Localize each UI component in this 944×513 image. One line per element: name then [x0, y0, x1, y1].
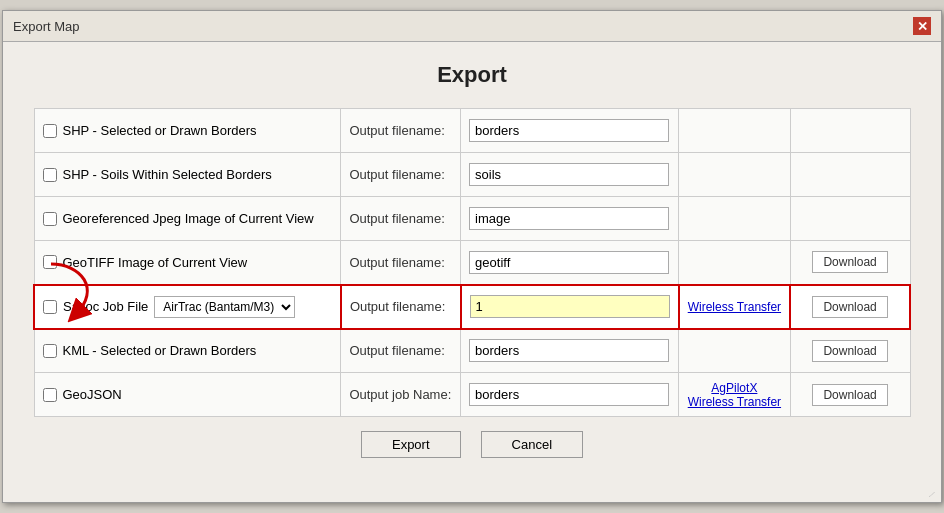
- wireless-cell: [679, 109, 791, 153]
- table-row: GeoTIFF Image of Current ViewOutput file…: [34, 241, 910, 285]
- row-checkbox[interactable]: [43, 168, 57, 182]
- row-label-cell: KML - Selected or Drawn Borders: [34, 329, 341, 373]
- output-input-cell: [461, 153, 679, 197]
- output-label: Output filename:: [341, 329, 461, 373]
- row-label-text: SHP - Selected or Drawn Borders: [63, 123, 257, 138]
- row-checkbox[interactable]: [43, 124, 57, 138]
- table-row: SHP - Soils Within Selected BordersOutpu…: [34, 153, 910, 197]
- table-row: SHP - Selected or Drawn BordersOutput fi…: [34, 109, 910, 153]
- row-checkbox[interactable]: [43, 300, 57, 314]
- row-label-text: GeoTIFF Image of Current View: [63, 255, 248, 270]
- output-label: Output job Name:: [341, 373, 461, 417]
- output-input-cell: [461, 241, 679, 285]
- output-input-cell: [461, 329, 679, 373]
- wireless-cell: AgPilotX Wireless Transfer: [679, 373, 791, 417]
- wireless-transfer-button[interactable]: Wireless Transfer: [688, 300, 781, 314]
- download-cell: Download: [790, 241, 910, 285]
- dialog-title: Export Map: [13, 19, 79, 34]
- output-input-cell: [461, 109, 679, 153]
- download-button[interactable]: Download: [812, 384, 887, 406]
- output-filename-input[interactable]: [469, 339, 669, 362]
- export-table: SHP - Selected or Drawn BordersOutput fi…: [33, 108, 911, 417]
- row-label-cell: GeoTIFF Image of Current View: [34, 241, 341, 285]
- row-checkbox[interactable]: [43, 388, 57, 402]
- wireless-cell: Wireless Transfer: [679, 285, 791, 329]
- close-button[interactable]: ✕: [913, 17, 931, 35]
- row-label-cell: SHP - Soils Within Selected Borders: [34, 153, 341, 197]
- output-filename-input[interactable]: [470, 295, 670, 318]
- output-input-cell: [461, 197, 679, 241]
- row-label-text: Satloc Job File: [63, 299, 148, 314]
- output-label: Output filename:: [341, 197, 461, 241]
- output-filename-input[interactable]: [469, 383, 669, 406]
- download-button[interactable]: Download: [812, 251, 887, 273]
- footer-buttons: Export Cancel: [33, 417, 911, 468]
- wireless-cell: [679, 153, 791, 197]
- wireless-transfer-button[interactable]: AgPilotX Wireless Transfer: [687, 381, 782, 409]
- output-label: Output filename:: [341, 153, 461, 197]
- output-label: Output filename:: [341, 285, 461, 329]
- row-label-text: GeoJSON: [63, 387, 122, 402]
- dialog-body: Export SHP - Selected or Drawn BordersOu…: [3, 42, 941, 488]
- export-map-dialog: Export Map ✕ Export SHP - Selected or Dr…: [2, 10, 942, 503]
- row-label-cell: Georeferenced Jpeg Image of Current View: [34, 197, 341, 241]
- output-filename-input[interactable]: [469, 207, 669, 230]
- output-filename-input[interactable]: [469, 251, 669, 274]
- row-checkbox[interactable]: [43, 255, 57, 269]
- table-row: GeoJSONOutput job Name:AgPilotX Wireless…: [34, 373, 910, 417]
- output-input-cell: [461, 373, 679, 417]
- output-filename-input[interactable]: [469, 119, 669, 142]
- wireless-cell: [679, 329, 791, 373]
- row-label-text: KML - Selected or Drawn Borders: [63, 343, 257, 358]
- download-cell: Download: [790, 329, 910, 373]
- row-label-cell: GeoJSON: [34, 373, 341, 417]
- table-row: Satloc Job FileAirTrac (Bantam/M3)Option…: [34, 285, 910, 329]
- export-button[interactable]: Export: [361, 431, 461, 458]
- wireless-cell: [679, 197, 791, 241]
- row-label-text: Georeferenced Jpeg Image of Current View: [63, 211, 314, 226]
- download-cell: Download: [790, 285, 910, 329]
- table-row: Georeferenced Jpeg Image of Current View…: [34, 197, 910, 241]
- wireless-cell: [679, 241, 791, 285]
- page-title: Export: [33, 62, 911, 88]
- row-checkbox[interactable]: [43, 344, 57, 358]
- download-cell: [790, 153, 910, 197]
- output-label: Output filename:: [341, 241, 461, 285]
- download-button[interactable]: Download: [812, 296, 887, 318]
- cancel-button[interactable]: Cancel: [481, 431, 583, 458]
- row-label-cell: Satloc Job FileAirTrac (Bantam/M3)Option…: [34, 285, 341, 329]
- download-cell: [790, 109, 910, 153]
- row-checkbox[interactable]: [43, 212, 57, 226]
- row-label-cell: SHP - Selected or Drawn Borders: [34, 109, 341, 153]
- download-button[interactable]: Download: [812, 340, 887, 362]
- table-row: KML - Selected or Drawn BordersOutput fi…: [34, 329, 910, 373]
- output-label: Output filename:: [341, 109, 461, 153]
- download-cell: Download: [790, 373, 910, 417]
- resize-handle: ⟋: [926, 488, 937, 500]
- title-bar: Export Map ✕: [3, 11, 941, 42]
- output-filename-input[interactable]: [469, 163, 669, 186]
- download-cell: [790, 197, 910, 241]
- row-label-text: SHP - Soils Within Selected Borders: [63, 167, 272, 182]
- dropdown-select[interactable]: AirTrac (Bantam/M3)Option 2Option 3: [154, 296, 295, 318]
- output-input-cell: [461, 285, 679, 329]
